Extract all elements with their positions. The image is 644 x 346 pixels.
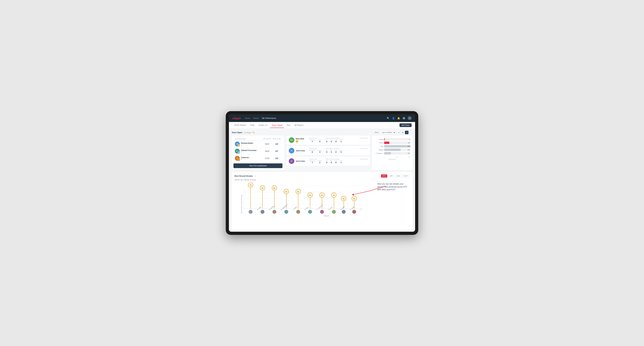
svg-point-54 [352, 210, 356, 214]
player-avg-1: 110 [272, 143, 281, 145]
card-avatar-1: RB [289, 137, 294, 143]
filter-putt[interactable]: PUTT [402, 174, 410, 177]
bar-track-dbogeys: 131 [384, 152, 410, 155]
svg-point-44 [332, 210, 336, 214]
main-content: Team Clippd | 14 Players ✏️ Show Last 3 … [229, 129, 415, 232]
grid-view-2[interactable]: ▦ [401, 131, 404, 134]
player-row[interactable]: C 3 Cameron... ♥ 17/20 103 [234, 155, 282, 162]
chart-title: Total Shots [374, 159, 410, 160]
nav-home[interactable]: Home [245, 116, 250, 120]
bell-icon[interactable]: 🔔 [397, 117, 400, 120]
bar-fill-birdies [384, 142, 390, 144]
user-icon[interactable]: 👤 [392, 117, 395, 120]
player-avg-3: 103 [272, 158, 281, 159]
card-badge-1: ♥ [296, 140, 298, 143]
card-stats-2: Total Rounds Tournament8 Practice4 Total… [309, 148, 343, 153]
edit-team-icon[interactable]: ✏️ [253, 132, 255, 134]
hbar-eagles: Eagles 3 [374, 138, 410, 141]
hbar-bogeys: Bogeys 311 [374, 149, 410, 151]
logo: clippd [232, 117, 240, 120]
chart-axis: 0 200 400 [374, 157, 410, 158]
player-badge-1: 1 [238, 144, 240, 147]
streaks-header: Best Round Streaks ← OTT APP ARG PUTT [234, 174, 410, 177]
svg-text:E. Crossman: E. Crossman [316, 204, 324, 211]
th-player-name: PLAYER NAME [235, 138, 262, 140]
svg-text:M. Miller: M. Miller [340, 206, 345, 211]
bar-value-bogeys: 311 [408, 149, 410, 151]
view-icons: ⊞ ▦ 👤 ≡ [397, 131, 412, 134]
svg-text:7x: 7x [250, 184, 252, 186]
player-avatar-wrap: RB 1 [235, 142, 240, 147]
svg-text:4x: 4x [321, 194, 323, 196]
filter-arg[interactable]: ARG [395, 174, 402, 177]
nav-teams[interactable]: Teams [253, 116, 259, 120]
settings-icon[interactable]: ⚙️ [402, 117, 405, 120]
arg-1: 0 [336, 141, 336, 143]
bar-label-eagles: Eagles [374, 139, 384, 140]
card-player-info-2: JC Josh Coles [289, 148, 306, 154]
view-leaderboard-button[interactable]: View Full Leaderboard [234, 163, 282, 168]
card-player-name-3: Josh Coles [296, 160, 305, 162]
list-view[interactable]: ≡ [409, 131, 412, 134]
tab-tour[interactable]: Tour [285, 123, 292, 128]
y-axis-label: Best Streak, Fairway Accuracy [241, 196, 242, 213]
player-name-2: Edward Crossman [241, 149, 262, 151]
bar-value-birdies: 96 [408, 142, 410, 144]
card-player-info-3: JC Josh Coles [289, 158, 306, 164]
player-avatar-wrap: C 3 [235, 156, 240, 161]
player-row[interactable]: EC 2 Edward Crossman ♥ 18/20 107 [234, 148, 282, 155]
hbar-pars: Pars 499 [374, 145, 410, 148]
bar-label-birdies: Birdies [374, 142, 384, 144]
card-stats-3: Total Rounds Tournament7 Practice2 Total… [309, 158, 343, 164]
card-player-name-1: Rees Britt [296, 138, 304, 140]
tpa-label-1: Total Practice Activities [326, 137, 342, 139]
putt-1: 1 [340, 141, 342, 143]
bar-label-pars: Pars [374, 146, 384, 147]
annotation-arrow [353, 184, 388, 198]
svg-text:6x: 6x [274, 187, 275, 189]
svg-point-39 [320, 210, 324, 214]
card-player-info-1: RB Rees Britt ♥ [289, 137, 306, 143]
tab-all-players[interactable]: All Players [293, 123, 306, 128]
player-badge-3: 3 [238, 159, 240, 161]
player-score-1: 19/20 [262, 143, 272, 145]
app-1: 0 [331, 141, 332, 143]
svg-text:E. Ebert: E. Ebert [257, 206, 262, 211]
person-view[interactable]: 👤 [405, 131, 408, 134]
axis-0: 0 [384, 157, 385, 158]
top-section: PLAYER NAME PB SCORE PB AVG SQ RB 1 Rich… [232, 136, 412, 170]
bar-value-eagles: 3 [409, 139, 410, 140]
nav-right: 🔍 👤 🔔 ⚙️ U [387, 116, 412, 120]
player-score-2: 18/20 [262, 150, 272, 152]
tab-hcaps[interactable]: Hcaps 1-5 [257, 123, 269, 128]
grid-view-1[interactable]: ⊞ [397, 131, 401, 134]
search-icon[interactable]: 🔍 [387, 117, 390, 120]
table-header: PLAYER NAME PB SCORE PB AVG SQ [234, 137, 282, 141]
tab-pga[interactable]: PGA [249, 123, 256, 128]
filter-app[interactable]: APP [388, 174, 394, 177]
player-count: 14 Players [244, 132, 252, 134]
avatar[interactable]: U [408, 116, 412, 120]
svg-text:5x: 5x [297, 191, 299, 192]
total-rounds-label: Total Rounds [309, 137, 322, 139]
tab-pgat[interactable]: PGAT Players [232, 123, 248, 128]
player-row[interactable]: RB 1 Richard Butler ♥ 19/20 110 [234, 141, 282, 148]
nav-my-performance[interactable]: My Performance [262, 116, 276, 120]
svg-point-29 [296, 210, 300, 214]
streaks-subtitle: Off The Tee, Fairway Accuracy [234, 179, 410, 181]
add-team-button[interactable]: Add Team [400, 123, 412, 127]
player-card-3: JC Josh Coles Total Rounds Tournament7 P… [286, 157, 370, 166]
tab-team-clippd[interactable]: Team Clippd [270, 123, 284, 128]
th-pb-avg: PB AVG SQ [272, 138, 281, 140]
annotation: Here you can see streaks your players ha… [377, 182, 409, 191]
bar-track-pars: 499 [384, 145, 410, 148]
th-pb-score: PB SCORE [262, 138, 272, 140]
period-select[interactable]: Last 3 months [380, 131, 396, 134]
player-badge-2: 2 [238, 152, 240, 154]
card-avatar-3: JC [289, 158, 294, 164]
filter-ott[interactable]: OTT [381, 174, 387, 177]
show-label: Show [374, 132, 378, 133]
svg-text:4x: 4x [333, 194, 335, 196]
bar-track-birdies: 96 [384, 142, 410, 144]
streaks-title: Best Round Streaks [234, 175, 253, 177]
